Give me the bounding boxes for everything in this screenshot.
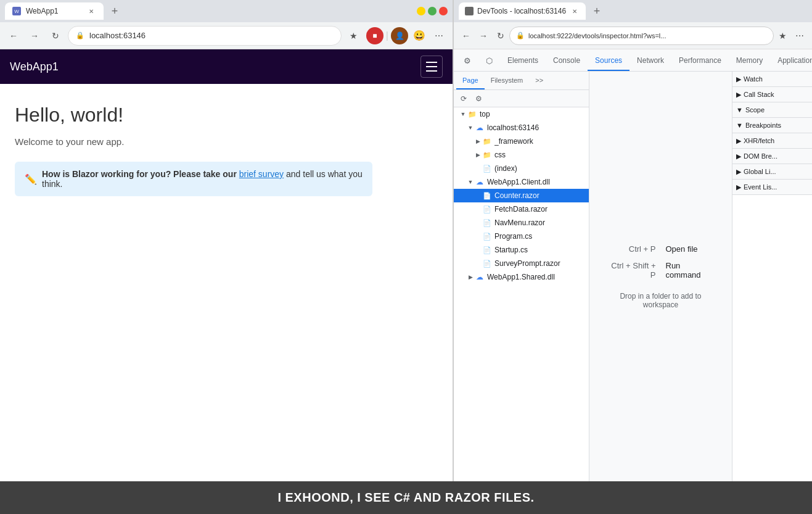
section-callstack-header[interactable]: ▶ Call Stack [732, 87, 812, 102]
survey-text: How is Blazor working for you? Please ta… [42, 169, 363, 189]
devtools-content: Page Filesystem >> ⟳ ⚙ ▼ 📁 top [454, 72, 812, 481]
section-callstack-label: Call Stack [744, 91, 774, 98]
file-icon-navmenu: 📄 [482, 218, 492, 228]
sources-subtabs: Page Filesystem >> [454, 72, 589, 90]
devtools-titlebar: DevTools - localhost:63146 ✕ + [454, 0, 812, 22]
arrow-shared-dll: ▶ [466, 273, 475, 281]
tree-item-index[interactable]: 📄 (index) [454, 162, 589, 175]
sources-settings-btn[interactable]: ⚙ [472, 93, 485, 105]
src-tab-page[interactable]: Page [456, 72, 485, 89]
tab-close-button[interactable]: ✕ [86, 6, 96, 16]
arrow-scope: ▼ [736, 106, 743, 114]
section-watch: ▶ Watch [732, 72, 812, 87]
tab-network[interactable]: Network [630, 51, 671, 71]
devtools-lock-icon: 🔒 [516, 31, 525, 39]
devtools-forward-button[interactable]: → [475, 27, 492, 44]
tree-label-surveyprompt: SurveyPrompt.razor [494, 259, 560, 268]
new-tab-button[interactable]: + [106, 2, 123, 20]
devtools-tab-close[interactable]: ✕ [570, 6, 580, 16]
tab-elements[interactable]: Elements [500, 51, 546, 71]
middle-panel: Ctrl + P Open file Ctrl + Shift + P Run … [589, 72, 732, 481]
arrow-events: ▶ [736, 183, 741, 191]
hamburger-button[interactable] [420, 56, 443, 78]
cloud-icon-localhost: ☁ [475, 123, 485, 133]
shortcut-run-command: Ctrl + Shift + P Run command [604, 261, 717, 280]
right-panel: ▶ Watch ▶ Call Stack ▼ Scope [732, 72, 812, 481]
shortcut-open-file: Ctrl + P Open file [604, 244, 717, 254]
section-breakpoints-header[interactable]: ▼ Breakpoints [732, 118, 812, 133]
more-button[interactable]: ⋯ [430, 27, 448, 44]
section-scope-label: Scope [745, 106, 765, 114]
tab-application[interactable]: Application [770, 51, 812, 71]
tree-item-shared-dll[interactable]: ▶ ☁ WebApp1.Shared.dll [454, 270, 589, 284]
ham-line-1 [426, 62, 437, 63]
emoji-button[interactable]: 😀 [411, 27, 428, 44]
tab-elements-label: Elements [507, 56, 538, 65]
tab-devtools-dock[interactable]: ⬡ [478, 51, 500, 71]
tree-item-program[interactable]: 📄 Program.cs [454, 230, 589, 243]
devtools-tab-label: DevTools - localhost:63146 [477, 7, 566, 15]
section-events-header[interactable]: ▶ Event Lis... [732, 180, 812, 194]
bookmark-button[interactable]: ★ [345, 27, 363, 44]
tree-item-surveyprompt[interactable]: 📄 SurveyPrompt.razor [454, 257, 589, 270]
devtools-more[interactable]: ⋯ [791, 27, 808, 44]
sources-sync-btn[interactable]: ⟳ [457, 93, 470, 105]
close-button[interactable] [439, 7, 448, 15]
arrow-top: ▼ [459, 110, 467, 118]
section-global-header[interactable]: ▶ Global Li... [732, 164, 812, 179]
forward-button[interactable]: → [26, 27, 43, 44]
src-tab-filesystem-label: Filesystem [491, 77, 523, 84]
tree-item-client-dll[interactable]: ▼ ☁ WebApp1.Client.dll [454, 175, 589, 189]
tree-item-fetchdata[interactable]: 📄 FetchData.razor [454, 202, 589, 216]
arrow-xhr: ▶ [736, 137, 741, 145]
tree-item-counter[interactable]: 📄 Counter.razor [454, 189, 589, 202]
shortcut-desc-run: Run command [666, 261, 718, 280]
tab-console[interactable]: Console [546, 51, 588, 71]
tree-label-program: Program.cs [494, 232, 532, 241]
section-watch-header[interactable]: ▶ Watch [732, 72, 812, 86]
back-button[interactable]: ← [5, 27, 22, 44]
section-dom-header[interactable]: ▶ DOM Bre... [732, 149, 812, 164]
tree-label-framework: _framework [494, 137, 533, 146]
survey-link[interactable]: brief survey [239, 169, 284, 179]
tab-console-label: Console [553, 56, 580, 65]
extension-red-icon[interactable]: ■ [366, 27, 383, 44]
section-xhr-header[interactable]: ▶ XHR/fetch [732, 133, 812, 148]
tab-sources[interactable]: Sources [588, 51, 630, 71]
tab-network-label: Network [637, 56, 664, 65]
user-avatar[interactable]: 👤 [391, 27, 408, 44]
maximize-button[interactable] [428, 7, 437, 15]
address-bar[interactable]: 🔒 localhost:63146 [68, 26, 342, 46]
tree-item-top[interactable]: ▼ 📁 top [454, 107, 589, 121]
devtools-reload-button[interactable]: ↻ [492, 27, 509, 44]
src-tab-overflow[interactable]: >> [529, 72, 549, 89]
tree-item-framework[interactable]: ▶ 📁 _framework [454, 135, 589, 148]
devtools-new-tab[interactable]: + [588, 2, 605, 20]
tree-item-localhost[interactable]: ▼ ☁ localhost:63146 [454, 121, 589, 135]
ham-line-3 [426, 70, 437, 72]
devtools-address-bar[interactable]: 🔒 localhost:9222/devtools/inspector.html… [509, 27, 774, 45]
tree-label-client-dll: WebApp1.Client.dll [487, 178, 550, 186]
src-tab-filesystem[interactable]: Filesystem [485, 72, 530, 89]
devtools-back-button[interactable]: ← [457, 27, 475, 44]
reload-button[interactable]: ↻ [47, 27, 64, 44]
app-title: WebApp1 [10, 60, 420, 73]
minimize-button[interactable] [417, 7, 425, 15]
tree-item-css[interactable]: ▶ 📁 css [454, 148, 589, 162]
devtools-bookmark[interactable]: ★ [774, 27, 791, 44]
section-xhr: ▶ XHR/fetch [732, 133, 812, 149]
tree-item-startup[interactable]: 📄 Startup.cs [454, 243, 589, 257]
tab-memory[interactable]: Memory [729, 51, 770, 71]
arrow-breakpoints: ▼ [736, 122, 743, 129]
extensions-area: ■ | 👤 😀 ⋯ [366, 27, 448, 44]
tree-item-navmenu[interactable]: 📄 NavMenu.razor [454, 216, 589, 230]
section-scope-header[interactable]: ▼ Scope [732, 102, 812, 117]
section-events: ▶ Event Lis... [732, 180, 812, 195]
tab-performance[interactable]: Performance [671, 51, 729, 71]
tree-label-css: css [494, 151, 506, 159]
devtools-tab[interactable]: DevTools - localhost:63146 ✕ [459, 2, 586, 20]
cloud-icon-client: ☁ [475, 177, 485, 187]
tree-label-fetchdata: FetchData.razor [494, 205, 547, 213]
browser-tab[interactable]: W WebApp1 ✕ [5, 2, 104, 20]
tab-devtools-tools[interactable]: ⚙ [456, 51, 478, 71]
